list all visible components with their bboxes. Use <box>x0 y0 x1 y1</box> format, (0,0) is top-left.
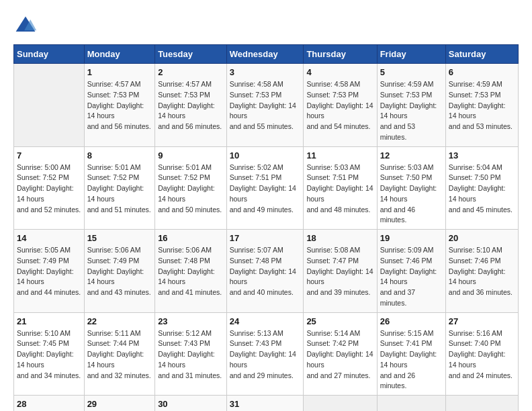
day-cell: 3Sunrise: 4:58 AMSunset: 7:53 PMDaylight… <box>226 64 304 147</box>
day-number: 23 <box>158 316 224 326</box>
day-cell: 2Sunrise: 4:57 AMSunset: 7:53 PMDaylight… <box>155 64 227 147</box>
day-cell: 11Sunrise: 5:03 AMSunset: 7:51 PMDayligh… <box>304 146 377 230</box>
day-cell: 31Sunrise: 5:19 AMSunset: 7:36 PMDayligh… <box>226 396 304 412</box>
header-day: Tuesday <box>155 45 227 64</box>
day-cell: 16Sunrise: 5:06 AMSunset: 7:48 PMDayligh… <box>155 230 227 313</box>
day-cell: 8Sunrise: 5:01 AMSunset: 7:52 PMDaylight… <box>84 146 155 230</box>
day-number: 20 <box>449 233 515 243</box>
day-detail: Sunrise: 5:07 AMSunset: 7:48 PMDaylight:… <box>230 245 301 298</box>
day-cell: 1Sunrise: 4:57 AMSunset: 7:53 PMDaylight… <box>84 64 155 147</box>
day-detail: Sunrise: 5:14 AMSunset: 7:42 PMDaylight:… <box>306 328 373 381</box>
week-row: 14Sunrise: 5:05 AMSunset: 7:49 PMDayligh… <box>14 230 519 313</box>
calendar-table: SundayMondayTuesdayWednesdayThursdayFrid… <box>13 44 519 411</box>
day-detail: Sunrise: 5:11 AMSunset: 7:44 PMDaylight:… <box>87 328 152 381</box>
day-detail: Sunrise: 4:58 AMSunset: 7:53 PMDaylight:… <box>306 79 373 132</box>
day-detail: Sunrise: 5:03 AMSunset: 7:51 PMDaylight:… <box>306 163 373 216</box>
day-number: 30 <box>158 399 224 409</box>
day-detail: Sunrise: 5:16 AMSunset: 7:40 PMDaylight:… <box>449 328 515 381</box>
day-number: 27 <box>449 316 515 326</box>
day-detail: Sunrise: 5:08 AMSunset: 7:47 PMDaylight:… <box>306 245 373 298</box>
day-detail: Sunrise: 4:58 AMSunset: 7:53 PMDaylight:… <box>230 79 301 132</box>
day-cell: 4Sunrise: 4:58 AMSunset: 7:53 PMDaylight… <box>304 64 377 147</box>
day-number: 3 <box>230 67 301 77</box>
day-cell <box>445 396 518 412</box>
day-number: 7 <box>17 150 81 161</box>
day-number: 14 <box>17 233 81 243</box>
day-detail: Sunrise: 5:02 AMSunset: 7:51 PMDaylight:… <box>230 163 301 216</box>
week-row: 28Sunrise: 5:17 AMSunset: 7:39 PMDayligh… <box>14 396 519 412</box>
day-cell: 9Sunrise: 5:01 AMSunset: 7:52 PMDaylight… <box>155 146 227 230</box>
day-detail: Sunrise: 4:57 AMSunset: 7:53 PMDaylight:… <box>87 79 152 132</box>
day-detail: Sunrise: 5:00 AMSunset: 7:52 PMDaylight:… <box>17 163 81 216</box>
day-cell: 5Sunrise: 4:59 AMSunset: 7:53 PMDaylight… <box>377 64 445 147</box>
day-number: 5 <box>380 67 443 77</box>
day-cell: 6Sunrise: 4:59 AMSunset: 7:53 PMDaylight… <box>445 64 518 147</box>
day-detail: Sunrise: 5:01 AMSunset: 7:52 PMDaylight:… <box>87 163 152 216</box>
day-cell: 17Sunrise: 5:07 AMSunset: 7:48 PMDayligh… <box>226 230 304 313</box>
day-detail: Sunrise: 5:01 AMSunset: 7:52 PMDaylight:… <box>158 163 224 216</box>
day-detail: Sunrise: 4:59 AMSunset: 7:53 PMDaylight:… <box>380 79 443 143</box>
day-cell: 30Sunrise: 5:18 AMSunset: 7:37 PMDayligh… <box>155 396 227 412</box>
day-cell: 29Sunrise: 5:17 AMSunset: 7:38 PMDayligh… <box>84 396 155 412</box>
header-day: Wednesday <box>226 45 304 64</box>
header-day: Saturday <box>445 45 518 64</box>
day-detail: Sunrise: 5:09 AMSunset: 7:46 PMDaylight:… <box>380 245 443 309</box>
day-detail: Sunrise: 4:57 AMSunset: 7:53 PMDaylight:… <box>158 79 224 132</box>
day-detail: Sunrise: 5:13 AMSunset: 7:43 PMDaylight:… <box>230 328 301 381</box>
day-detail: Sunrise: 5:12 AMSunset: 7:43 PMDaylight:… <box>158 328 224 381</box>
day-detail: Sunrise: 5:10 AMSunset: 7:46 PMDaylight:… <box>449 245 515 298</box>
day-cell: 14Sunrise: 5:05 AMSunset: 7:49 PMDayligh… <box>14 230 85 313</box>
day-number: 11 <box>306 150 373 161</box>
day-number: 17 <box>230 233 301 243</box>
day-cell: 10Sunrise: 5:02 AMSunset: 7:51 PMDayligh… <box>226 146 304 230</box>
header-day: Friday <box>377 45 445 64</box>
day-cell: 24Sunrise: 5:13 AMSunset: 7:43 PMDayligh… <box>226 312 304 396</box>
day-number: 13 <box>449 150 515 161</box>
day-cell: 18Sunrise: 5:08 AMSunset: 7:47 PMDayligh… <box>304 230 377 313</box>
logo <box>13 13 42 38</box>
day-cell: 26Sunrise: 5:15 AMSunset: 7:41 PMDayligh… <box>377 312 445 396</box>
day-cell: 7Sunrise: 5:00 AMSunset: 7:52 PMDaylight… <box>14 146 85 230</box>
day-number: 28 <box>17 399 81 409</box>
day-number: 21 <box>17 316 81 326</box>
day-cell: 22Sunrise: 5:11 AMSunset: 7:44 PMDayligh… <box>84 312 155 396</box>
day-detail: Sunrise: 5:06 AMSunset: 7:48 PMDaylight:… <box>158 245 224 298</box>
day-detail: Sunrise: 5:05 AMSunset: 7:49 PMDaylight:… <box>17 245 81 298</box>
day-cell: 27Sunrise: 5:16 AMSunset: 7:40 PMDayligh… <box>445 312 518 396</box>
day-number: 12 <box>380 150 443 161</box>
day-detail: Sunrise: 5:04 AMSunset: 7:50 PMDaylight:… <box>449 163 515 216</box>
day-cell: 12Sunrise: 5:03 AMSunset: 7:50 PMDayligh… <box>377 146 445 230</box>
header-row: SundayMondayTuesdayWednesdayThursdayFrid… <box>14 45 519 64</box>
day-number: 2 <box>158 67 224 77</box>
day-cell <box>304 396 377 412</box>
day-cell: 19Sunrise: 5:09 AMSunset: 7:46 PMDayligh… <box>377 230 445 313</box>
day-number: 10 <box>230 150 301 161</box>
week-row: 7Sunrise: 5:00 AMSunset: 7:52 PMDaylight… <box>14 146 519 230</box>
day-number: 26 <box>380 316 443 326</box>
day-cell: 28Sunrise: 5:17 AMSunset: 7:39 PMDayligh… <box>14 396 85 412</box>
day-number: 16 <box>158 233 224 243</box>
day-cell: 13Sunrise: 5:04 AMSunset: 7:50 PMDayligh… <box>445 146 518 230</box>
week-row: 1Sunrise: 4:57 AMSunset: 7:53 PMDaylight… <box>14 64 519 147</box>
day-number: 18 <box>306 233 373 243</box>
header-day: Sunday <box>14 45 85 64</box>
day-number: 24 <box>230 316 301 326</box>
day-detail: Sunrise: 4:59 AMSunset: 7:53 PMDaylight:… <box>449 79 515 132</box>
day-detail: Sunrise: 5:10 AMSunset: 7:45 PMDaylight:… <box>17 328 81 381</box>
header-day: Thursday <box>304 45 377 64</box>
day-number: 29 <box>87 399 152 409</box>
header-day: Monday <box>84 45 155 64</box>
page-header <box>13 13 519 38</box>
day-cell <box>14 64 85 147</box>
day-detail: Sunrise: 5:03 AMSunset: 7:50 PMDaylight:… <box>380 163 443 226</box>
day-cell: 15Sunrise: 5:06 AMSunset: 7:49 PMDayligh… <box>84 230 155 313</box>
day-number: 9 <box>158 150 224 161</box>
week-row: 21Sunrise: 5:10 AMSunset: 7:45 PMDayligh… <box>14 312 519 396</box>
day-number: 6 <box>449 67 515 77</box>
logo-icon <box>13 13 38 38</box>
day-number: 25 <box>306 316 373 326</box>
day-number: 15 <box>87 233 152 243</box>
day-number: 19 <box>380 233 443 243</box>
day-number: 8 <box>87 150 152 161</box>
day-cell <box>377 396 445 412</box>
